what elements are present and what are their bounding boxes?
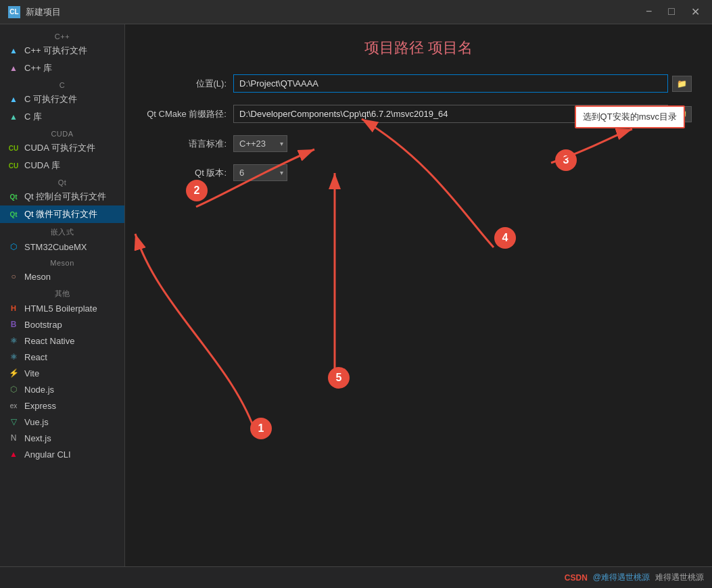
bootstrap-icon: B xyxy=(8,319,19,330)
location-row: 位置(L): 📁 xyxy=(145,74,692,93)
express-icon: ex xyxy=(8,400,19,411)
sidebar-label: Express xyxy=(24,401,56,411)
vue-icon: ▽ xyxy=(8,416,19,427)
title-bar: CL 新建项目 − □ ✕ xyxy=(0,0,712,24)
bottom-bar: CSDN @难得遇世桃源 难得遇世桃源 xyxy=(0,566,712,588)
language-label: 语言标准: xyxy=(145,138,227,150)
sidebar-category-cpp: C++ xyxy=(0,28,124,42)
sidebar-item-cuda-lib[interactable]: CU CUDA 库 xyxy=(0,157,124,174)
sidebar-label: Angular CLI xyxy=(24,449,71,460)
sidebar-item-meson[interactable]: ○ Meson xyxy=(0,268,124,285)
sidebar-item-nextjs[interactable]: N Next.js xyxy=(0,430,124,446)
sidebar-item-qt-console[interactable]: Qt Qt 控制台可执行文件 xyxy=(0,188,124,205)
sidebar-category-c: C xyxy=(0,77,124,91)
sidebar-label: CUDA 可执行文件 xyxy=(24,142,95,154)
sidebar-item-c-lib[interactable]: ▲ C 库 xyxy=(0,108,124,126)
app-icon: CL xyxy=(8,6,20,18)
sidebar-category-cuda: CUDA xyxy=(0,126,124,139)
sidebar-item-stm32[interactable]: ⬡ STM32CubeMX xyxy=(0,239,124,255)
sidebar-label: Meson xyxy=(24,272,51,282)
sidebar-label: Qt 微件可执行文件 xyxy=(24,208,97,220)
sidebar-item-vite[interactable]: ⚡ Vite xyxy=(0,365,124,381)
dialog-title: 项目路径 项目名 xyxy=(145,38,692,58)
sidebar-label: React Native xyxy=(24,336,74,346)
language-row: 语言标准: C++17 C++20 C++23 xyxy=(145,135,692,152)
sidebar-item-cpp-exec[interactable]: ▲ C++ 可执行文件 xyxy=(0,42,124,59)
cmake-label: Qt CMake 前缀路径: xyxy=(145,108,227,120)
sidebar-category-embedded: 嵌入式 xyxy=(0,223,124,239)
sidebar-label: Bootstrap xyxy=(24,320,62,330)
next-icon: N xyxy=(8,433,19,443)
qt-icon: Qt xyxy=(8,191,19,202)
sidebar-item-express[interactable]: ex Express xyxy=(0,397,124,414)
qt-icon: Qt xyxy=(8,209,19,220)
triangle-icon: ▲ xyxy=(8,63,19,74)
circle-4: 4 xyxy=(494,227,516,249)
window-title: 新建项目 xyxy=(26,6,61,18)
qtversion-select[interactable]: 5 6 xyxy=(233,164,287,181)
sidebar-label: Node.js xyxy=(24,385,54,395)
sidebar-label: Qt 控制台可执行文件 xyxy=(24,191,106,203)
bottom-link: 难得遇世桃源 xyxy=(655,572,704,583)
sidebar-item-cuda-exec[interactable]: CU CUDA 可执行文件 xyxy=(0,139,124,157)
cmake-browse-button[interactable]: 📁 xyxy=(672,106,692,122)
stm-icon: ⬡ xyxy=(8,241,19,252)
sidebar-item-vuejs[interactable]: ▽ Vue.js xyxy=(0,414,124,430)
bottom-user: @难得遇世桃源 xyxy=(593,572,650,583)
cmake-input-wrap: 📁 xyxy=(233,105,692,123)
triangle-icon: ▲ xyxy=(8,94,19,105)
sidebar-label: C 可执行文件 xyxy=(24,93,77,105)
sidebar-item-cpp-lib[interactable]: ▲ C++ 库 xyxy=(0,59,124,77)
sidebar-item-react-native[interactable]: ⚛ React Native xyxy=(0,333,124,349)
qtversion-select-wrap: 5 6 xyxy=(233,164,287,181)
location-label: 位置(L): xyxy=(145,78,227,90)
sidebar-item-angular[interactable]: ▲ Angular CLI xyxy=(0,446,124,462)
triangle-icon: ▲ xyxy=(8,45,19,56)
meson-icon: ○ xyxy=(8,271,19,282)
maximize-button[interactable]: □ xyxy=(664,4,679,20)
sidebar: C++ ▲ C++ 可执行文件 ▲ C++ 库 C ▲ C 可执行文件 ▲ C … xyxy=(0,24,125,588)
cu-icon: CU xyxy=(8,143,19,153)
sidebar-label: HTML5 Boilerplate xyxy=(24,303,97,314)
qtversion-row: Qt 版本: 5 6 xyxy=(145,164,692,181)
sidebar-label: Vite xyxy=(24,368,39,378)
circle-2: 2 xyxy=(186,180,208,201)
language-select[interactable]: C++17 C++20 C++23 xyxy=(233,135,287,152)
sidebar-item-nodejs[interactable]: ⬡ Node.js xyxy=(0,381,124,397)
cu-icon: CU xyxy=(8,160,19,171)
sidebar-category-other: 其他 xyxy=(0,285,124,300)
sidebar-category-qt: Qt xyxy=(0,174,124,188)
sidebar-item-html5[interactable]: H HTML5 Boilerplate xyxy=(0,300,124,316)
sidebar-item-qt-widget[interactable]: Qt Qt 微件可执行文件 xyxy=(0,205,124,223)
angular-icon: ▲ xyxy=(8,449,19,460)
sidebar-label: C++ 可执行文件 xyxy=(24,45,87,57)
main-content: 项目路径 项目名 位置(L): 📁 Qt CMake 前缀路径: 📁 语言标准: xyxy=(125,24,712,588)
sidebar-label: Vue.js xyxy=(24,417,49,427)
sidebar-label: C++ 库 xyxy=(24,62,52,74)
sidebar-item-c-exec[interactable]: ▲ C 可执行文件 xyxy=(0,91,124,108)
html-icon: H xyxy=(8,303,19,314)
location-browse-button[interactable]: 📁 xyxy=(672,76,692,92)
cmake-row: Qt CMake 前缀路径: 📁 xyxy=(145,105,692,123)
title-bar-left: CL 新建项目 xyxy=(8,6,61,18)
sidebar-label: CUDA 库 xyxy=(24,160,60,172)
language-input-wrap: C++17 C++20 C++23 xyxy=(233,135,692,152)
sidebar-label: Next.js xyxy=(24,433,51,443)
triangle-icon: ▲ xyxy=(8,112,19,122)
location-input-wrap: 📁 xyxy=(233,74,692,93)
nodejs-icon: ⬡ xyxy=(8,384,19,395)
location-input[interactable] xyxy=(233,74,668,93)
sidebar-label: C 库 xyxy=(24,111,42,123)
react-icon: ⚛ xyxy=(8,351,19,362)
react-icon: ⚛ xyxy=(8,335,19,346)
cmake-input[interactable] xyxy=(233,105,668,123)
sidebar-item-react[interactable]: ⚛ React xyxy=(0,349,124,365)
main-layout: C++ ▲ C++ 可执行文件 ▲ C++ 库 C ▲ C 可执行文件 ▲ C … xyxy=(0,24,712,588)
minimize-button[interactable]: − xyxy=(642,4,656,20)
close-button[interactable]: ✕ xyxy=(687,4,704,20)
qtversion-input-wrap: 5 6 xyxy=(233,164,692,181)
circle-5: 5 xyxy=(328,367,350,389)
sidebar-category-meson: Meson xyxy=(0,255,124,268)
sidebar-item-bootstrap[interactable]: B Bootstrap xyxy=(0,316,124,333)
sidebar-label: STM32CubeMX xyxy=(24,242,87,252)
